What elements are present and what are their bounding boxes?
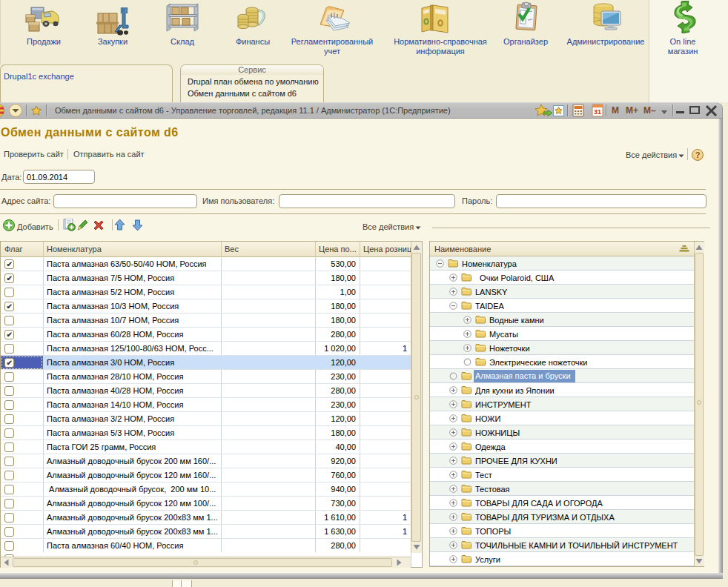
svg-text:31: 31 xyxy=(594,108,601,116)
